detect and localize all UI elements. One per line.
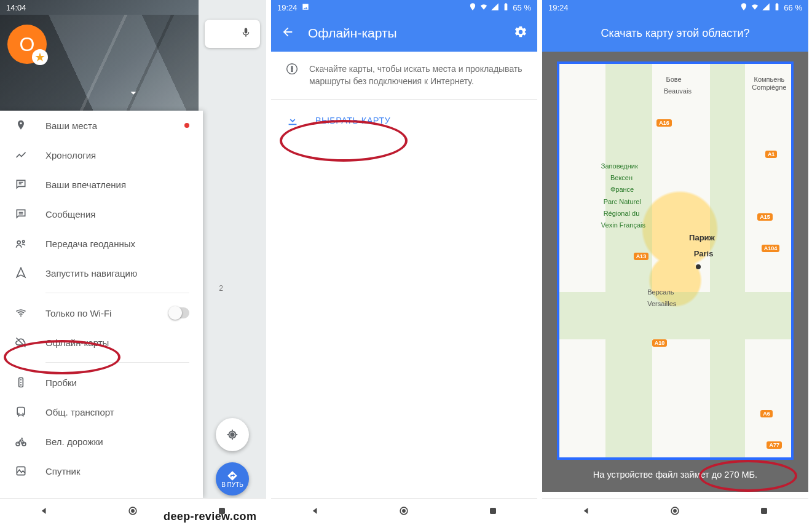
road-badge: A15 — [757, 213, 773, 221]
watermark: deep-review.com — [164, 510, 256, 523]
drawer-item-label: Хронология — [45, 150, 96, 160]
download-icon — [286, 113, 299, 128]
map-park-label: Parc Naturel — [604, 198, 641, 206]
road-badge: A1 — [765, 151, 778, 158]
svg-point-9 — [22, 413, 23, 414]
drawer-item-label: Общ. транспорт — [45, 407, 114, 417]
wifi-icon — [479, 2, 488, 13]
drawer-item-transit[interactable]: Общ. транспорт — [0, 397, 203, 427]
nav-back-icon[interactable] — [309, 505, 321, 519]
location-icon — [739, 2, 748, 13]
map-city-label: Beauvais — [664, 87, 692, 95]
status-time: 14:04 — [6, 3, 26, 12]
map-park-label: Vexin Français — [601, 221, 645, 229]
map-city-label: Компьень Compiègne — [752, 76, 786, 92]
nav-back-icon[interactable] — [38, 505, 50, 519]
drawer-item-pin[interactable]: Ваши места — [0, 111, 203, 140]
svg-point-0 — [17, 241, 20, 244]
battery-icon — [773, 2, 781, 13]
select-map-label: ВЫБРАТЬ КАРТУ — [315, 116, 390, 125]
download-area-body: Бове Beauvais Компьень Compiègne Заповед… — [542, 52, 808, 525]
svg-point-4 — [20, 379, 22, 381]
drawer-item-label: Спутник — [45, 466, 81, 476]
drawer-item-share-loc[interactable]: Передача геоданных — [0, 229, 203, 258]
map-park-label: Вексен — [610, 174, 633, 182]
svg-point-5 — [20, 382, 22, 383]
nav-drawer: Ваши местаХронологияВаши впечатленияСооб… — [0, 111, 203, 498]
svg-point-21 — [674, 509, 677, 513]
drawer-item-label: Офлайн-карты — [45, 338, 109, 348]
svg-point-18 — [403, 509, 406, 513]
picture-icon — [301, 2, 310, 13]
search-box[interactable] — [205, 20, 260, 48]
road-badge: A77 — [767, 441, 782, 449]
directions-fab-label: В ПУТЬ — [221, 481, 243, 488]
drawer-item-review[interactable]: Ваши впечатления — [0, 170, 203, 199]
satellite-icon — [14, 464, 28, 478]
directions-fab[interactable]: В ПУТЬ — [216, 462, 249, 495]
map-park-label: Заповедник — [601, 162, 638, 170]
share-loc-icon — [14, 236, 28, 251]
status-bar: 19:24 65 % — [271, 0, 537, 15]
locate-fab[interactable] — [216, 418, 249, 451]
notification-dot — [184, 123, 189, 128]
svg-point-2 — [20, 315, 22, 317]
wifi-icon — [14, 306, 28, 320]
wifi-icon — [751, 2, 759, 13]
mic-icon[interactable] — [240, 26, 251, 42]
drawer-item-satellite[interactable]: Спутник — [0, 456, 203, 486]
select-map-button[interactable]: ВЫБРАТЬ КАРТУ — [271, 100, 537, 142]
divider — [45, 362, 189, 363]
transit-icon — [14, 405, 28, 419]
map-park-label: Régional du — [604, 210, 640, 218]
map-city-label: Бове — [666, 76, 681, 84]
nav-recent-icon[interactable] — [758, 505, 770, 519]
drawer-item-chat[interactable]: Сообщения — [0, 199, 203, 229]
status-battery: 66 % — [784, 3, 802, 12]
status-time: 19:24 — [277, 3, 298, 12]
pin-icon — [14, 118, 28, 133]
back-icon[interactable] — [281, 25, 294, 41]
drawer-item-label: Только по Wi-Fi — [45, 308, 111, 318]
chevron-down-icon[interactable] — [127, 86, 140, 102]
nav-home-icon[interactable] — [127, 505, 139, 519]
page-title: Скачать карту этой области? — [601, 27, 749, 40]
drawer-item-bike[interactable]: Вел. дорожки — [0, 427, 203, 456]
bike-icon — [14, 434, 28, 449]
drawer-item-label: Ваши места — [45, 120, 97, 131]
svg-point-12 — [21, 438, 23, 440]
drawer-item-timeline[interactable]: Хронология — [0, 140, 203, 170]
gear-icon[interactable] — [514, 25, 527, 41]
svg-point-1 — [23, 240, 25, 242]
road-badge: A6 — [760, 410, 773, 417]
drawer-item-label: Сообщения — [45, 209, 95, 219]
drawer-item-traffic[interactable]: Пробки — [0, 368, 203, 397]
divider — [45, 293, 189, 293]
cloud-off-icon — [14, 335, 28, 350]
svg-point-8 — [18, 413, 20, 414]
map-city-dot — [696, 264, 701, 269]
road-badge: A10 — [652, 339, 668, 347]
map-park-label: Франсе — [610, 186, 634, 194]
nav-back-icon[interactable] — [580, 505, 593, 519]
nav-icon — [14, 266, 28, 280]
traffic-icon — [14, 375, 28, 390]
avatar[interactable]: О — [7, 25, 47, 64]
info-icon — [286, 63, 298, 78]
status-battery: 65 % — [513, 3, 531, 12]
nav-home-icon[interactable] — [669, 505, 681, 519]
drawer-item-wifi[interactable]: Только по Wi-Fi — [0, 298, 203, 328]
drawer-item-nav[interactable]: Запустить навигацию — [0, 258, 203, 288]
map-city-label: Versailles — [647, 300, 676, 308]
android-navbar — [542, 498, 808, 525]
drawer-item-label: Пробки — [45, 377, 77, 388]
signal-icon — [491, 2, 499, 13]
svg-point-15 — [132, 509, 135, 513]
nav-recent-icon[interactable] — [487, 505, 499, 519]
map-selection-area[interactable]: Бове Beauvais Компьень Compiègne Заповед… — [557, 61, 794, 460]
nav-home-icon[interactable] — [398, 505, 410, 519]
wifi-only-toggle[interactable] — [168, 307, 189, 318]
app-bar: 19:24 65 % Офлайн-карты — [271, 0, 537, 52]
info-banner: Скачайте карты, чтобы искать места и про… — [271, 52, 537, 99]
drawer-item-cloud-off[interactable]: Офлайн-карты — [0, 328, 203, 357]
